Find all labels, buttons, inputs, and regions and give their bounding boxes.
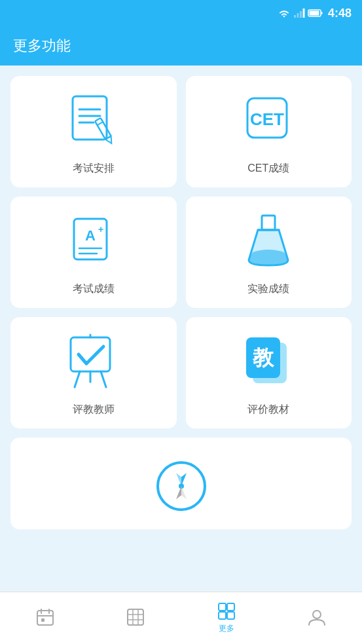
svg-text:教: 教: [252, 346, 275, 369]
status-bar: 4:48: [0, 0, 362, 26]
nav-calendar[interactable]: [19, 608, 71, 629]
material-eval-card[interactable]: 教 评价教材: [186, 317, 352, 428]
card-row-4: [10, 438, 352, 529]
battery-icon: [308, 9, 323, 17]
svg-rect-5: [321, 12, 322, 14]
calendar-nav-icon: [36, 608, 54, 626]
svg-rect-6: [309, 11, 319, 16]
svg-text:A: A: [85, 227, 96, 244]
exam-schedule-label: 考试安排: [73, 162, 115, 176]
exam-score-card[interactable]: A + 考试成绩: [10, 197, 177, 308]
svg-rect-2: [300, 11, 302, 18]
svg-line-13: [97, 122, 103, 125]
signal-icon: [294, 9, 304, 18]
svg-rect-21: [262, 216, 275, 230]
profile-nav-icon: [308, 608, 326, 626]
teacher-eval-icon-container: [64, 335, 123, 394]
compass-card[interactable]: [10, 438, 352, 529]
exam-score-icon-container: A +: [64, 214, 123, 273]
teacher-eval-icon: [65, 335, 121, 394]
exam-schedule-icon: [67, 95, 120, 151]
svg-rect-0: [294, 15, 296, 18]
status-time: 4:48: [328, 7, 352, 20]
svg-text:+: +: [98, 224, 103, 235]
svg-line-25: [101, 371, 106, 387]
more-nav-icon: [217, 602, 236, 620]
svg-rect-48: [227, 603, 234, 611]
exam-schedule-card[interactable]: 考试安排: [10, 76, 177, 187]
table-nav-icon: [126, 608, 145, 626]
svg-rect-23: [71, 337, 110, 371]
bottom-nav: 更多: [0, 592, 362, 644]
card-row-3: 评教教师 教 评价教材: [10, 317, 352, 428]
svg-rect-50: [227, 612, 234, 619]
nav-more-label: 更多: [219, 623, 234, 634]
lab-score-card[interactable]: 实验成绩: [186, 197, 352, 308]
exam-score-label: 考试成绩: [73, 282, 115, 296]
status-icons: [278, 9, 323, 18]
teacher-eval-label: 评教教师: [73, 403, 115, 417]
nav-more[interactable]: 更多: [200, 602, 253, 634]
cet-icon: CET: [242, 95, 295, 151]
lab-icon-container: [239, 214, 298, 273]
exam-schedule-icon-container: [64, 94, 123, 153]
exam-score-icon: A +: [67, 216, 120, 271]
card-row-1: 考试安排 CET CET成绩: [10, 76, 352, 187]
nav-table[interactable]: [109, 608, 162, 629]
compass-icon-container: [152, 457, 211, 516]
svg-rect-37: [37, 611, 53, 625]
nav-profile[interactable]: [291, 608, 343, 629]
svg-text:CET: CET: [250, 109, 284, 129]
material-eval-icon-container: 教: [239, 335, 298, 394]
svg-rect-3: [302, 9, 304, 18]
cet-score-label: CET成绩: [247, 162, 289, 176]
svg-rect-1: [297, 13, 299, 18]
cet-score-card[interactable]: CET CET成绩: [186, 76, 352, 187]
card-row-2: A + 考试成绩: [10, 197, 352, 308]
svg-rect-49: [219, 612, 226, 619]
lab-score-label: 实验成绩: [247, 282, 289, 296]
svg-rect-47: [219, 603, 226, 611]
svg-rect-42: [128, 609, 143, 625]
material-eval-label: 评价教材: [247, 403, 289, 417]
svg-rect-11: [95, 118, 111, 140]
compass-icon: [155, 460, 208, 512]
cet-icon-container: CET: [239, 94, 298, 153]
page-title: 更多功能: [13, 36, 71, 56]
app-header: 更多功能: [0, 26, 362, 66]
teacher-eval-card[interactable]: 评教教师: [10, 317, 177, 428]
svg-rect-41: [41, 618, 45, 622]
lab-icon: [242, 214, 295, 273]
material-eval-icon: 教: [241, 335, 297, 394]
wifi-icon: [278, 9, 290, 18]
svg-line-24: [75, 371, 80, 387]
svg-point-51: [313, 611, 321, 618]
main-content: 考试安排 CET CET成绩 A: [0, 66, 362, 592]
